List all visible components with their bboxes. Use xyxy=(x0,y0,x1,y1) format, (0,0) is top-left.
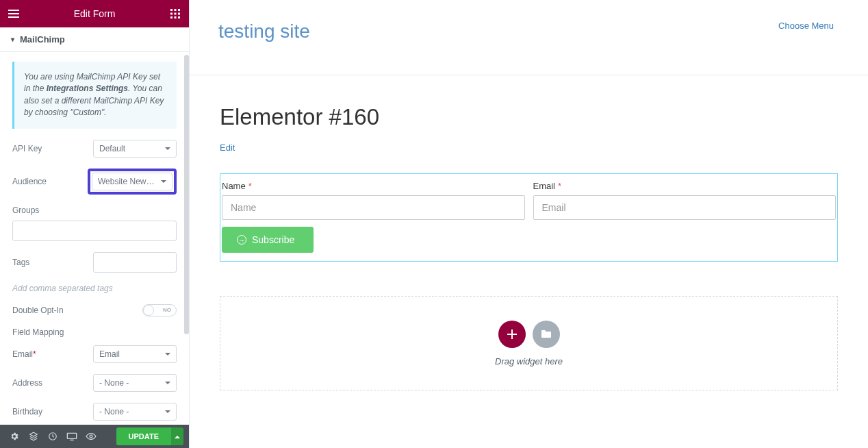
map-address-row: Address - None - xyxy=(12,374,177,392)
double-optin-toggle[interactable]: NO xyxy=(142,304,177,316)
preview-icon[interactable] xyxy=(82,427,100,445)
subscribe-label: Subscribe xyxy=(252,234,294,245)
map-email-row: Email* Email xyxy=(12,345,177,363)
preview-area: testing site Choose Menu Elementor #160 … xyxy=(190,0,868,448)
page-title: Elementor #160 xyxy=(220,104,838,130)
drop-buttons xyxy=(498,321,560,348)
svg-rect-2 xyxy=(178,9,180,11)
audience-row: Audience Website Newslette xyxy=(12,169,177,195)
tags-label: Tags xyxy=(12,258,29,267)
update-options-caret[interactable] xyxy=(171,427,183,445)
svg-rect-0 xyxy=(170,9,173,11)
edit-link[interactable]: Edit xyxy=(220,142,235,153)
mailchimp-section-toggle[interactable]: ▾ MailChimp xyxy=(0,27,189,52)
svg-rect-8 xyxy=(178,16,180,18)
add-template-button[interactable] xyxy=(533,321,560,348)
groups-input[interactable] xyxy=(12,221,177,241)
map-birthday-row: Birthday - None - xyxy=(12,403,177,421)
responsive-icon[interactable] xyxy=(63,427,81,445)
api-key-row: API Key Default xyxy=(12,140,177,158)
panel-body: ▾ MailChimp You are using MailChimp API … xyxy=(0,27,189,425)
hamburger-icon[interactable] xyxy=(7,7,21,21)
name-field-label: Name* xyxy=(222,181,525,191)
map-email-label: Email* xyxy=(12,349,36,359)
double-optin-label: Double Opt-In xyxy=(12,306,64,315)
editor-sidebar: Edit Form ▾ MailChimp You are using Mail… xyxy=(0,0,190,448)
navigator-icon[interactable] xyxy=(25,427,42,445)
svg-rect-9 xyxy=(67,433,76,438)
drop-hint-text: Drag widget here xyxy=(495,356,563,366)
page-content: Elementor #160 Edit Name* Email* → Subsc… xyxy=(190,75,868,390)
toggle-state: NO xyxy=(163,307,171,313)
svg-rect-1 xyxy=(175,9,177,11)
history-icon[interactable] xyxy=(44,427,62,445)
audience-highlight: Website Newslette xyxy=(88,169,177,195)
add-section-button[interactable] xyxy=(498,321,526,348)
choose-menu-link[interactable]: Choose Menu xyxy=(778,21,834,31)
tags-helper: Add comma separated tags xyxy=(12,284,177,293)
sidebar-header: Edit Form xyxy=(0,0,189,27)
audience-label: Audience xyxy=(12,177,47,186)
editor-footer: UPDATE xyxy=(0,425,189,448)
field-mapping-heading: Field Mapping xyxy=(12,327,177,337)
map-birthday-select[interactable]: - None - xyxy=(93,403,177,421)
caret-down-icon: ▾ xyxy=(11,36,14,43)
arrow-right-circle-icon: → xyxy=(237,235,246,245)
tags-row: Tags xyxy=(12,252,177,273)
form-col-name: Name* xyxy=(220,181,525,220)
map-address-select[interactable]: - None - xyxy=(93,374,177,392)
svg-rect-4 xyxy=(175,13,177,15)
sidebar-title: Edit Form xyxy=(74,8,116,19)
apps-grid-icon[interactable] xyxy=(168,7,182,21)
svg-rect-5 xyxy=(178,13,180,15)
name-field[interactable] xyxy=(222,195,525,220)
map-address-label: Address xyxy=(12,378,42,388)
map-email-select[interactable]: Email xyxy=(93,345,177,363)
audience-select[interactable]: Website Newslette xyxy=(92,173,173,190)
subscribe-button[interactable]: → Subscribe xyxy=(222,227,314,253)
form-fields-row: Name* Email* xyxy=(220,181,837,227)
email-field-label: Email* xyxy=(533,181,837,191)
svg-rect-6 xyxy=(170,16,173,18)
form-widget[interactable]: Name* Email* → Subscribe xyxy=(220,173,838,262)
svg-rect-7 xyxy=(175,16,177,18)
api-key-label: API Key xyxy=(12,144,42,153)
api-key-select[interactable]: Default xyxy=(93,140,177,158)
svg-rect-3 xyxy=(170,13,173,15)
section-toggle-label: MailChimp xyxy=(20,34,65,45)
settings-icon[interactable] xyxy=(5,427,23,445)
groups-label: Groups xyxy=(12,206,177,215)
tags-input[interactable] xyxy=(93,252,177,273)
api-key-info: You are using MailChimp API Key set in t… xyxy=(12,62,177,129)
svg-point-10 xyxy=(90,435,92,438)
map-birthday-label: Birthday xyxy=(12,407,42,416)
update-button-group: UPDATE xyxy=(116,427,183,445)
site-title[interactable]: testing site xyxy=(218,21,310,42)
mailchimp-section-content: You are using MailChimp API Key set in t… xyxy=(0,52,189,425)
double-optin-row: Double Opt-In NO xyxy=(12,304,177,316)
preview-top-bar: testing site Choose Menu xyxy=(190,0,868,75)
sidebar-scrollbar[interactable] xyxy=(184,55,189,334)
add-section-dropzone[interactable]: Drag widget here xyxy=(220,296,838,390)
form-col-email: Email* xyxy=(533,181,838,220)
toggle-knob xyxy=(143,305,154,316)
update-button[interactable]: UPDATE xyxy=(116,427,171,445)
email-field[interactable] xyxy=(533,195,837,220)
